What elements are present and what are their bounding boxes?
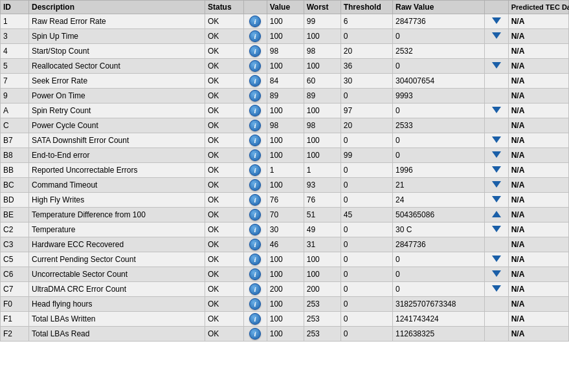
- cell-status: OK: [205, 282, 243, 297]
- cell-threshold: 36: [340, 59, 392, 74]
- cell-info[interactable]: i: [243, 193, 267, 208]
- cell-description: Spin Up Time: [29, 29, 205, 44]
- cell-worst: 93: [304, 178, 340, 193]
- cell-description: Current Pending Sector Count: [29, 252, 205, 267]
- arrow-down-icon: [492, 136, 501, 143]
- cell-info[interactable]: i: [243, 312, 267, 327]
- cell-value: 100: [267, 327, 304, 342]
- cell-threshold: 20: [340, 44, 392, 59]
- info-icon[interactable]: i: [249, 283, 261, 295]
- cell-info[interactable]: i: [243, 148, 267, 163]
- info-icon[interactable]: i: [249, 239, 261, 250]
- cell-info[interactable]: i: [243, 44, 267, 59]
- info-icon[interactable]: i: [249, 60, 261, 72]
- cell-raw-value: 1241743424: [392, 312, 484, 327]
- info-icon[interactable]: i: [249, 179, 261, 191]
- info-icon[interactable]: i: [249, 328, 261, 340]
- cell-description: Total LBAs Read: [29, 327, 205, 342]
- cell-status: OK: [205, 178, 243, 193]
- cell-arrow: [485, 312, 508, 327]
- cell-id: BE: [1, 208, 29, 223]
- cell-tec-date: N/A: [508, 14, 568, 29]
- info-icon[interactable]: i: [249, 209, 261, 221]
- info-icon[interactable]: i: [249, 194, 261, 206]
- arrow-down-icon: [492, 62, 501, 69]
- cell-status: OK: [205, 193, 243, 208]
- cell-raw-value: 2533: [392, 118, 484, 133]
- info-icon[interactable]: i: [249, 45, 261, 57]
- info-icon[interactable]: i: [249, 164, 261, 176]
- cell-info[interactable]: i: [243, 89, 267, 103]
- cell-tec-date: N/A: [508, 267, 568, 282]
- info-icon[interactable]: i: [249, 75, 261, 87]
- cell-info[interactable]: i: [243, 178, 267, 193]
- cell-threshold: 0: [340, 89, 392, 103]
- cell-info[interactable]: i: [243, 118, 267, 133]
- cell-value: 76: [267, 193, 304, 208]
- cell-arrow: [485, 14, 508, 29]
- table-row: C5Current Pending Sector CountOKi1001000…: [1, 252, 569, 267]
- info-icon[interactable]: i: [249, 313, 261, 325]
- info-icon[interactable]: i: [249, 298, 261, 310]
- arrow-down-icon: [492, 196, 501, 202]
- cell-info[interactable]: i: [243, 297, 267, 312]
- cell-info[interactable]: i: [243, 282, 267, 297]
- table-row: C6Uncorrectable Sector CountOKi10010000N…: [1, 267, 569, 282]
- cell-id: F1: [1, 312, 29, 327]
- cell-info[interactable]: i: [243, 237, 267, 252]
- cell-info[interactable]: i: [243, 327, 267, 342]
- table-row: F0Head flying hoursOKi100253031825707673…: [1, 297, 569, 312]
- cell-tec-date: N/A: [508, 103, 568, 118]
- info-icon[interactable]: i: [249, 224, 261, 235]
- table-row: BETemperature Difference from 100OKi7051…: [1, 208, 569, 223]
- info-icon[interactable]: i: [249, 120, 261, 131]
- cell-info[interactable]: i: [243, 208, 267, 223]
- cell-id: C5: [1, 252, 29, 267]
- cell-tec-date: N/A: [508, 208, 568, 223]
- cell-worst: 99: [304, 14, 340, 29]
- cell-arrow: [485, 208, 508, 223]
- cell-info[interactable]: i: [243, 163, 267, 178]
- info-icon[interactable]: i: [249, 254, 261, 265]
- cell-id: B8: [1, 148, 29, 163]
- info-icon[interactable]: i: [249, 90, 261, 102]
- cell-raw-value: 30 C: [392, 223, 484, 237]
- cell-arrow: [485, 193, 508, 208]
- cell-info[interactable]: i: [243, 103, 267, 118]
- cell-info[interactable]: i: [243, 223, 267, 237]
- cell-value: 98: [267, 118, 304, 133]
- cell-info[interactable]: i: [243, 59, 267, 74]
- cell-tec-date: N/A: [508, 193, 568, 208]
- cell-description: Temperature Difference from 100: [29, 208, 205, 223]
- cell-info[interactable]: i: [243, 133, 267, 148]
- info-icon[interactable]: i: [249, 149, 261, 161]
- info-icon[interactable]: i: [249, 105, 261, 116]
- cell-info[interactable]: i: [243, 14, 267, 29]
- cell-info[interactable]: i: [243, 74, 267, 89]
- cell-value: 98: [267, 44, 304, 59]
- header-tec-date: Predicted TEC Date: [508, 1, 568, 14]
- cell-arrow: [485, 44, 508, 59]
- cell-info[interactable]: i: [243, 267, 267, 282]
- cell-id: C: [1, 118, 29, 133]
- cell-tec-date: N/A: [508, 282, 568, 297]
- smart-table: ID Description Status Value Worst Thresh…: [0, 0, 569, 342]
- arrow-down-icon: [492, 166, 501, 173]
- info-icon[interactable]: i: [249, 135, 261, 146]
- info-icon[interactable]: i: [249, 16, 261, 27]
- cell-worst: 100: [304, 133, 340, 148]
- info-icon[interactable]: i: [249, 268, 261, 280]
- info-icon[interactable]: i: [249, 30, 261, 42]
- cell-info[interactable]: i: [243, 252, 267, 267]
- cell-arrow: [485, 148, 508, 163]
- cell-arrow: [485, 163, 508, 178]
- cell-status: OK: [205, 237, 243, 252]
- cell-arrow: [485, 118, 508, 133]
- cell-raw-value: 24: [392, 193, 484, 208]
- cell-id: A: [1, 103, 29, 118]
- cell-raw-value: 31825707673348: [392, 297, 484, 312]
- header-info: [243, 1, 267, 14]
- table-row: C7UltraDMA CRC Error CountOKi20020000N/A: [1, 282, 569, 297]
- cell-info[interactable]: i: [243, 29, 267, 44]
- cell-status: OK: [205, 74, 243, 89]
